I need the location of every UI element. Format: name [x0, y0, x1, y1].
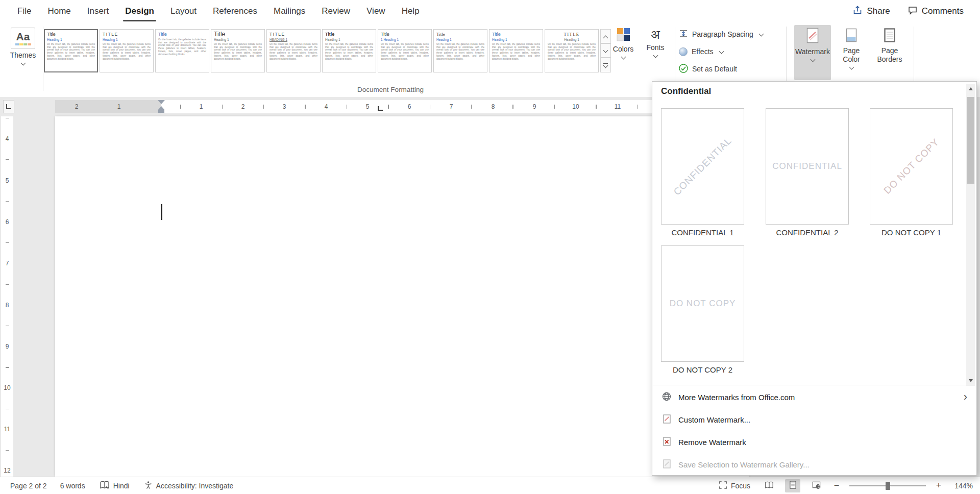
remove-watermark-icon — [662, 436, 672, 448]
page-borders-icon — [882, 28, 897, 44]
zoom-out-button[interactable]: − — [832, 480, 841, 491]
effects-button[interactable]: Effects — [679, 44, 723, 59]
watermark-option-label: CONFIDENTIAL 1 — [661, 228, 744, 237]
dropdown-scrollbar[interactable] — [966, 84, 975, 386]
first-line-indent-marker[interactable] — [158, 100, 165, 104]
scroll-up-button[interactable] — [966, 84, 975, 94]
menu-item-more-watermarks[interactable]: More Watermarks from Office.com › — [653, 386, 975, 408]
tab-file[interactable]: File — [9, 0, 39, 22]
comments-button[interactable]: Comments — [901, 3, 970, 20]
style-set-body-preview: On the Insert tab, the galleries include… — [492, 43, 540, 60]
ruler-number: 11 — [4, 426, 10, 433]
left-indent-marker[interactable] — [158, 110, 164, 113]
proofing-book-icon — [100, 481, 110, 491]
focus-label: Focus — [731, 482, 750, 490]
effects-label: Effects — [692, 47, 714, 56]
print-layout-icon — [789, 480, 797, 491]
themes-button[interactable]: Aa Themes — [6, 25, 40, 80]
tab-design[interactable]: Design — [117, 0, 162, 22]
watermark-preview: DO NOT COPY — [661, 245, 744, 362]
fonts-button[interactable]: अ Fonts — [641, 25, 670, 80]
triangle-down-icon — [969, 379, 973, 382]
ruler-number: 7 — [6, 260, 9, 267]
accessibility-checker-button[interactable]: Accessibility: Investigate — [141, 481, 237, 491]
style-set-option-1[interactable]: Title Heading 1 On the Insert tab, the g… — [44, 29, 98, 72]
style-set-option-7[interactable]: Title 1 Heading 1 On the Insert tab, the… — [378, 29, 432, 72]
tab-view[interactable]: View — [358, 0, 394, 22]
save-selection-icon — [662, 459, 672, 471]
style-set-body-preview: On the Insert tab, the galleries include… — [325, 43, 373, 60]
watermark-dropdown-menu: Confidential CONFIDENTIAL CONFIDENTIAL 1… — [652, 81, 977, 476]
style-set-option-8[interactable]: Title Heading 1 On the Insert tab, the g… — [433, 29, 487, 72]
document-page[interactable] — [55, 116, 749, 477]
group-separator — [43, 27, 43, 91]
menu-item-remove-watermark[interactable]: Remove Watermark — [653, 431, 975, 453]
page-borders-button[interactable]: Page Borders — [871, 25, 909, 80]
proofing-status-button[interactable]: Hindi — [96, 481, 133, 491]
style-set-heading: Heading 1 — [548, 38, 596, 42]
zoom-slider[interactable] — [849, 485, 926, 486]
tab-layout[interactable]: Layout — [162, 0, 205, 22]
menu-item-save-selection: Save Selection to Watermark Gallery... — [653, 453, 975, 476]
themes-label: Themes — [10, 51, 36, 60]
zoom-slider-thumb[interactable] — [886, 482, 890, 490]
menubar-right: Share Comments — [846, 3, 980, 20]
word-count-label: 6 words — [60, 482, 85, 490]
horizontal-ruler[interactable]: 2 1 1 2 3 4 5 6 7 8 9 10 11 — [55, 100, 749, 113]
tab-stop-selector[interactable] — [3, 100, 14, 113]
watermark-option-do-not-copy-1[interactable]: DO NOT COPY DO NOT COPY 1 — [870, 108, 953, 237]
watermark-option-confidential-1[interactable]: CONFIDENTIAL CONFIDENTIAL 1 — [661, 108, 744, 237]
watermark-icon — [805, 28, 820, 45]
style-set-option-6[interactable]: Title Heading 1 On the Insert tab, the g… — [322, 29, 376, 72]
style-set-heading: 1 Heading 1 — [381, 38, 429, 42]
scroll-down-button[interactable] — [966, 376, 975, 386]
style-set-heading: HEADING 1 — [270, 38, 317, 42]
chevron-up-icon — [603, 35, 608, 40]
web-layout-button[interactable] — [808, 479, 824, 492]
menu-item-custom-watermark[interactable]: Custom Watermark... — [653, 408, 975, 431]
style-set-option-2[interactable]: TITLE Heading 1 On the Insert tab, the g… — [100, 29, 154, 72]
tab-insert[interactable]: Insert — [79, 0, 117, 22]
style-set-option-9[interactable]: Title Heading 1 On the Insert tab, the g… — [489, 29, 543, 72]
scrollbar-thumb[interactable] — [967, 97, 974, 184]
style-set-option-10[interactable]: TITLE Heading 1 On the Insert tab, the g… — [545, 29, 599, 72]
set-as-default-button[interactable]: Set as Default — [679, 61, 737, 77]
print-layout-button[interactable] — [785, 479, 800, 492]
watermark-option-confidential-2[interactable]: CONFIDENTIAL CONFIDENTIAL 2 — [766, 108, 849, 237]
chevron-down-icon — [758, 31, 764, 36]
word-count-indicator[interactable]: 6 words — [57, 482, 88, 490]
zoom-in-button[interactable]: + — [934, 480, 943, 491]
chevron-down-icon — [810, 57, 815, 62]
style-set-title: Title — [325, 32, 373, 37]
page-color-button[interactable]: Page Color — [834, 25, 869, 80]
tab-mailings[interactable]: Mailings — [265, 0, 313, 22]
themes-icon: Aa — [11, 28, 35, 49]
watermark-option-do-not-copy-2[interactable]: DO NOT COPY DO NOT COPY 2 — [661, 245, 744, 374]
triangle-up-icon — [969, 87, 973, 90]
ruler-number: 11 — [615, 103, 621, 110]
watermark-button[interactable]: Watermark — [794, 25, 831, 80]
colors-button[interactable]: Colors — [608, 25, 638, 80]
page-number-indicator[interactable]: Page 2 of 2 — [7, 482, 50, 490]
style-set-title: Title — [214, 32, 262, 37]
style-set-option-4[interactable]: Title Heading 1 On the Insert tab, the g… — [211, 29, 265, 72]
tab-help[interactable]: Help — [394, 0, 428, 22]
style-set-option-3[interactable]: Title On the Insert tab, the galleries i… — [155, 29, 209, 72]
tab-references[interactable]: References — [205, 0, 265, 22]
zoom-level-button[interactable]: 144% — [951, 482, 973, 490]
tab-review[interactable]: Review — [313, 0, 358, 22]
read-mode-button[interactable] — [762, 479, 777, 492]
watermark-option-label: DO NOT COPY 2 — [661, 365, 744, 374]
hanging-indent-marker[interactable] — [158, 106, 165, 110]
style-set-option-5[interactable]: TITLE HEADING 1 On the Insert tab, the g… — [266, 29, 321, 72]
style-set-title: TITLE — [103, 32, 151, 37]
paragraph-spacing-button[interactable]: Paragraph Spacing — [679, 27, 763, 42]
focus-mode-button[interactable]: Focus — [716, 481, 753, 491]
tab-stop-marker[interactable] — [378, 106, 383, 111]
status-bar: Page 2 of 2 6 words Hindi Accessi — [0, 477, 980, 494]
tab-home[interactable]: Home — [39, 0, 79, 22]
ruler-number: 9 — [533, 103, 536, 110]
vertical-ruler[interactable]: 4 5 6 7 8 9 10 11 12 — [1, 116, 13, 477]
share-button[interactable]: Share — [846, 3, 896, 20]
checkmark-icon — [679, 64, 688, 75]
